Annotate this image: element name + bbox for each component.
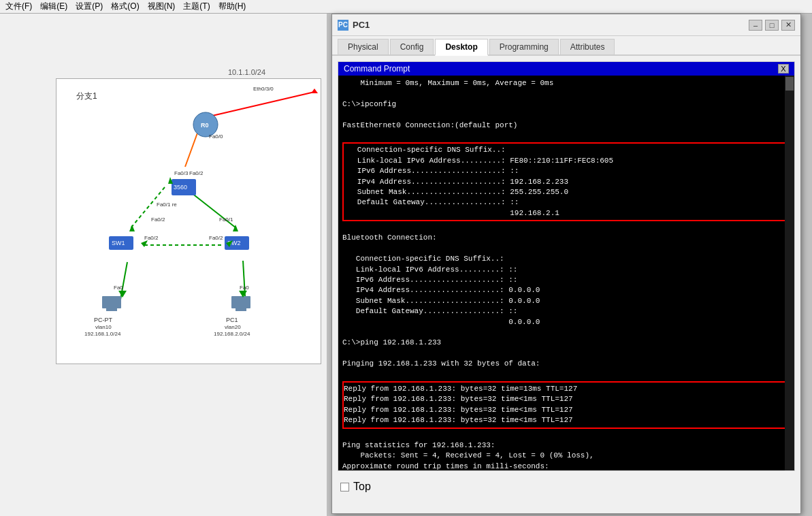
cmd-line-22 <box>342 327 790 338</box>
cmd-line-bt: Bluetooth Connection: <box>342 233 790 243</box>
menu-item-view[interactable]: 视图(N) <box>148 1 176 12</box>
svg-text:Fa0/1: Fa0/1 <box>219 216 233 223</box>
menu-item-help[interactable]: 帮助(H) <box>218 1 246 12</box>
menu-item-edit[interactable]: 编辑(E) <box>40 1 67 12</box>
svg-text:3560: 3560 <box>174 184 187 191</box>
cmd-line-23: C:\>ping 192.168.1.233 <box>342 338 790 348</box>
svg-rect-22 <box>231 296 250 308</box>
cmd-line-stats2: Packets: Sent = 4, Received = 4, Lost = … <box>342 451 790 461</box>
scrollbar-thumb[interactable] <box>785 77 794 91</box>
tab-attributes[interactable]: Attributes <box>560 39 615 54</box>
window-controls: – □ ✕ <box>749 20 795 31</box>
cmd-title: Command Prompt <box>344 64 410 74</box>
cmd-line-r1-3: IPv4 Address....................: 192.16… <box>344 177 789 187</box>
cmd-line-4: FastEthernet0 Connection:(default port) <box>342 120 790 131</box>
svg-text:Fa0: Fa0 <box>240 285 249 291</box>
svg-text:SW1: SW1 <box>112 240 125 246</box>
tab-programming[interactable]: Programming <box>489 39 559 54</box>
svg-text:分支1: 分支1 <box>76 91 97 101</box>
menu-item-format[interactable]: 格式(O) <box>111 1 139 12</box>
red-section-1: Connection-specific DNS Suffix..: Link-l… <box>342 142 790 221</box>
menu-bar: 文件(F) 编辑(E) 设置(P) 格式(O) 视图(N) 主题(T) 帮助(H… <box>0 0 812 14</box>
cmd-line-bt-blank <box>342 223 790 233</box>
cmd-line-r1-2: IPv6 Address....................: :: <box>344 166 789 176</box>
cmd-titlebar: Command Prompt X <box>338 62 794 76</box>
cmd-body[interactable]: Minimum = 0ms, Maximum = 0ms, Average = … <box>338 76 794 470</box>
cmd-line-26 <box>342 370 790 380</box>
svg-rect-18 <box>106 308 117 311</box>
network-diagram: 分支1 R0 3560 SW1 SW2 PC-PT vlan10 192.168… <box>56 78 321 364</box>
ip-label-top: 10.1.1.0/24 <box>228 68 265 76</box>
cmd-line-21: 0.0.0.0 <box>342 317 790 327</box>
cmd-line-r1-6: 192.168.2.1 <box>344 208 789 219</box>
svg-text:192.168.2.0/24: 192.168.2.0/24 <box>214 331 250 337</box>
menu-item-theme[interactable]: 主题(T) <box>183 1 210 12</box>
cmd-line-2: C:\>ipconfig <box>342 99 790 110</box>
cmd-line-r1-0: Connection-specific DNS Suffix..: <box>344 145 789 155</box>
cmd-line-16: Link-local IPv6 Address.........: :: <box>342 265 790 275</box>
window-titlebar: PC PC1 – □ ✕ <box>332 14 800 36</box>
cmd-line-5 <box>342 131 790 141</box>
bottom-bar: Top <box>332 477 800 497</box>
cmd-line-25: Pinging 192.168.1.233 with 32 bytes of d… <box>342 359 790 369</box>
svg-text:Fa0/2: Fa0/2 <box>189 170 204 176</box>
cmd-line-15: Connection-specific DNS Suffix..: <box>342 254 790 264</box>
cmd-line-blank-after-r2 <box>342 430 790 440</box>
command-prompt-container: Command Prompt X Minimum = 0ms, Maximum … <box>338 61 795 471</box>
cmd-scrollbar[interactable] <box>785 76 794 470</box>
svg-text:Fa0/0: Fa0/0 <box>209 133 223 140</box>
cmd-line-r2-2: Reply from 192.168.1.233: bytes=32 time<… <box>344 405 789 415</box>
cmd-line-stats3: Approximate round trip times in milli-se… <box>342 462 790 470</box>
window-title-left: PC PC1 <box>338 20 370 31</box>
cmd-line-19: Subnet Mask.....................: 0.0.0.… <box>342 296 790 306</box>
red-section-2: Reply from 192.168.1.233: bytes=32 time=… <box>342 381 790 429</box>
svg-text:Fa0/1 re: Fa0/1 re <box>157 201 177 208</box>
tab-config[interactable]: Config <box>390 39 434 54</box>
cmd-line-1 <box>342 88 790 99</box>
svg-text:PC1: PC1 <box>226 317 238 323</box>
cmd-line-17: IPv6 Address....................: :: <box>342 275 790 285</box>
svg-text:Fa0/3: Fa0/3 <box>174 170 189 176</box>
top-checkbox[interactable] <box>340 483 349 491</box>
cmd-line-r1-5: Default Gateway.................: :: <box>344 197 789 208</box>
svg-text:Fa0: Fa0 <box>114 285 123 291</box>
cmd-line-r1-1: Link-local IPv6 Address.........: FE80::… <box>344 156 789 166</box>
cmd-line-r1-4: Subnet Mask.....................: 255.25… <box>344 187 789 197</box>
pc1-window: PC PC1 – □ ✕ Physical Config Desktop Pro… <box>331 14 801 514</box>
close-button[interactable]: ✕ <box>781 20 795 31</box>
tabs-bar: Physical Config Desktop Programming Attr… <box>332 36 800 56</box>
cmd-line-r2-0: Reply from 192.168.1.233: bytes=32 time=… <box>344 384 789 394</box>
cmd-line-24 <box>342 349 790 359</box>
cmd-line-18: IPv4 Address....................: 0.0.0.… <box>342 285 790 295</box>
svg-text:R0: R0 <box>201 122 209 129</box>
svg-text:192.168.1.0/24: 192.168.1.0/24 <box>84 331 121 337</box>
svg-rect-23 <box>236 308 246 311</box>
top-label: Top <box>353 481 371 493</box>
cmd-line-bt-blank2 <box>342 244 790 254</box>
cmd-close-button[interactable]: X <box>778 64 789 74</box>
cmd-line-r2-3: Reply from 192.168.1.233: bytes=32 time<… <box>344 415 789 425</box>
cmd-line-20: Default Gateway.................: :: <box>342 306 790 317</box>
cmd-line-stats1: Ping statistics for 192.168.1.233: <box>342 440 790 451</box>
svg-text:vlan20: vlan20 <box>225 324 241 330</box>
tab-desktop[interactable]: Desktop <box>435 39 487 56</box>
maximize-button[interactable]: □ <box>765 20 779 31</box>
svg-text:Eth0/3/0: Eth0/3/0 <box>253 86 274 92</box>
svg-text:Fa0/2: Fa0/2 <box>151 216 165 223</box>
menu-item-settings[interactable]: 设置(P) <box>76 1 103 12</box>
cmd-line-0: Minimum = 0ms, Maximum = 0ms, Average = … <box>342 78 790 88</box>
cmd-line-3 <box>342 110 790 120</box>
svg-text:Fa0/2: Fa0/2 <box>144 235 159 241</box>
cmd-line-r2-1: Reply from 192.168.1.233: bytes=32 time<… <box>344 394 789 404</box>
tab-physical[interactable]: Physical <box>338 39 389 54</box>
svg-rect-17 <box>102 296 121 308</box>
svg-text:Fa0/2: Fa0/2 <box>209 235 223 241</box>
svg-text:PC-PT: PC-PT <box>94 317 113 323</box>
menu-item-file[interactable]: 文件(F) <box>5 1 32 12</box>
svg-text:vlan10: vlan10 <box>95 324 112 330</box>
minimize-button[interactable]: – <box>749 20 762 31</box>
pc-icon: PC <box>338 20 348 31</box>
window-title: PC1 <box>353 20 370 30</box>
